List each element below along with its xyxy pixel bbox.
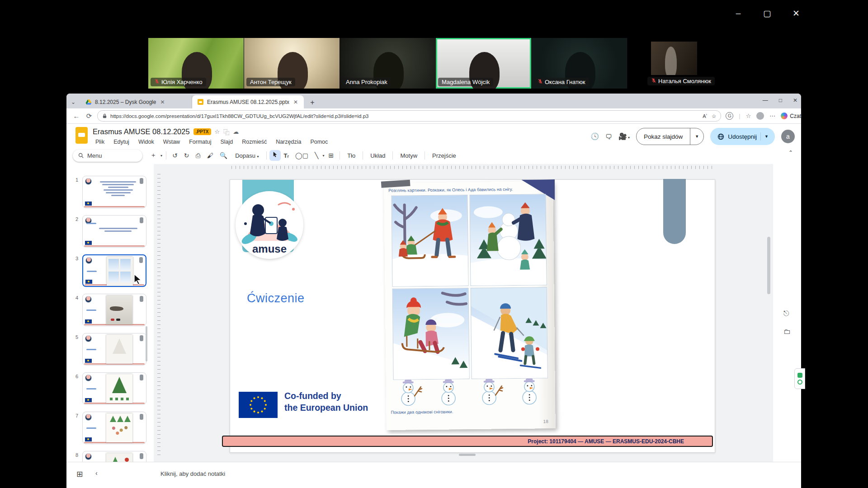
reader-mode-icon[interactable]: A› [703,113,707,119]
toolbar-to-button[interactable]: Tło [343,152,360,159]
slide-thumbnail-4[interactable] [82,294,146,326]
shapes-tool[interactable]: ◯▢ [292,152,311,159]
zoom-maximize-icon[interactable]: ▢ [759,5,776,22]
undo-icon[interactable]: ↺ [169,152,181,159]
video-tile[interactable]: Anna Prokopiak [340,38,436,89]
extension-g-icon[interactable]: G [726,112,733,120]
extension-widget[interactable] [794,368,805,389]
grid-view-icon[interactable]: ⊞ [76,469,83,479]
video-tile[interactable]: Юлія Харченко [148,38,244,89]
canvas-scrollbar[interactable] [767,237,770,294]
video-tile[interactable]: Оксана Гнатюк [532,38,627,89]
notes-placeholder[interactable]: Kliknij, aby dodać notatki [160,470,225,477]
toolbar-ukad-button[interactable]: Układ [366,152,390,159]
menu-slajd[interactable]: Slajd [217,138,236,146]
comments-icon[interactable]: 🗨 [605,133,612,141]
move-folder-icon[interactable]: ⿻ [223,127,229,136]
zoom-minimize-icon[interactable]: – [730,5,747,22]
address-bar[interactable]: https://docs.google.com/presentation/d/1… [97,110,721,122]
insert-image-icon[interactable]: ⊞ [325,152,337,159]
browser-tab-active[interactable]: Erasmus AMUSE 08.12.2025.pptx✕ [192,95,304,108]
fit-zoom-select[interactable]: Dopasu ▾ [231,152,263,159]
slide-thumbnail-5[interactable] [82,333,146,366]
tab-close-icon[interactable]: ✕ [159,99,165,105]
vertical-ruler [157,174,160,459]
browser-maximize-icon[interactable]: □ [779,97,782,103]
video-tile[interactable]: Magdalena Wójcik [436,38,532,89]
back-icon[interactable]: ← [70,112,83,120]
share-screen-icon[interactable]: ⎋ [783,310,789,318]
slide-thumbnail-6[interactable] [82,372,146,405]
notes-resize-handle[interactable] [459,454,476,456]
tab-search-icon[interactable]: ⌄ [66,96,80,108]
account-avatar[interactable]: a [781,130,795,143]
horizontal-ruler [231,166,715,169]
book-page-photo[interactable]: Розглянь картинки. Розкажи, як Олесь і А… [384,181,556,430]
participant-label: Magdalena Wójcik [438,78,493,86]
filmstrip-toggle-icon[interactable]: ‹ [95,469,98,477]
collections-icon[interactable]: ☆ [746,113,751,119]
browser-close-icon[interactable]: ✕ [793,97,797,103]
menu-widok[interactable]: Widok [135,138,158,146]
toolbar-search[interactable]: Menu [73,150,142,162]
menu-wstaw[interactable]: Wstaw [160,138,184,146]
mouse-cursor [133,274,143,285]
print-icon[interactable]: ⎙ [192,152,203,160]
browser-tab[interactable]: 8.12.2025 – Dysk Google✕ [80,96,192,108]
bookmark-star-icon[interactable]: ☆ [712,113,716,119]
slides-app-icon[interactable] [75,127,88,144]
settings-more-icon[interactable]: ⋯ [769,113,775,119]
zoom-close-icon[interactable]: ✕ [788,5,805,22]
exercise-title[interactable]: Ćwiczenie [247,291,305,305]
toolbar-collapse-icon[interactable]: ⌃ [788,150,793,156]
toolbar-motyw-button[interactable]: Motyw [396,152,422,159]
folder-icon[interactable]: 🗀 [783,328,791,336]
video-tile[interactable]: Антон Терещук [244,38,340,89]
edit-toolbar: Menu ＋▾ ↺ ↻ ⎙ 🖌 🔍 Dopasu ▾ Tr ◯▢ ╲▾ ⊞ Tł… [66,147,801,164]
redo-icon[interactable]: ↻ [181,152,193,159]
new-slide-icon[interactable]: ＋ [147,151,160,160]
paint-format-icon[interactable]: 🖌 [204,152,217,159]
participant-label: Юлія Харченко [151,78,206,86]
current-slide[interactable]: amuse Ćwiczenie Co-funded by the Europea… [230,179,715,453]
new-tab-button[interactable]: + [307,97,318,108]
slide-number: 7 [71,413,78,418]
video-tile[interactable] [651,42,697,75]
new-slide-caret[interactable]: ▾ [160,154,163,158]
browser-minimize-icon[interactable]: — [763,97,768,103]
line-tool-caret[interactable]: ▾ [321,154,325,158]
menu-pomoc[interactable]: Pomoc [307,138,331,146]
line-tool[interactable]: ╲ [311,152,321,159]
profile-avatar-icon[interactable] [756,112,764,120]
textbox-tool[interactable]: Tr [281,152,292,159]
history-icon[interactable]: 🕓 [590,132,599,141]
present-button[interactable]: Pokaz slajdów ▼ [636,128,704,145]
menu-narzdzia[interactable]: Narzędzia [272,138,305,146]
slide-thumbnail-8[interactable] [82,451,146,462]
zoom-icon[interactable]: 🔍 [217,152,231,159]
share-dropdown-icon[interactable]: ▼ [760,132,772,141]
menu-rozmie[interactable]: Rozmieść [238,138,270,146]
menu-edytuj[interactable]: Edytuj [110,138,133,146]
share-button[interactable]: Udostępnij ▼ [710,128,775,145]
eu-flag [239,392,278,418]
slide-thumbnail-2[interactable] [82,215,146,248]
toolbar-przejcie-button[interactable]: Przejście [428,152,461,159]
slide-thumbnail-1[interactable] [82,176,146,208]
menu-plik[interactable]: Plik [92,138,108,146]
star-icon[interactable]: ☆ [215,128,220,135]
reload-icon[interactable]: ⟳ [83,112,95,120]
tab-close-icon[interactable]: ✕ [292,99,299,105]
copilot-chat-button[interactable]: Czat [781,113,801,119]
cloud-status-icon[interactable]: ☁ [233,128,239,135]
menu-formatuj[interactable]: Formatuj [185,138,215,146]
snowmen-row [390,380,552,408]
filmstrip-scrollbar[interactable] [146,326,147,361]
book-bottom-caption: Покажи два однакові сніговики. [391,409,453,414]
meet-camera-icon[interactable]: 🎥 ▾ [618,132,630,141]
slide-thumbnail-7[interactable] [82,412,146,444]
tab-strip: ⌄ 8.12.2025 – Dysk Google✕Erasmus AMUSE … [66,94,801,108]
document-title[interactable]: Erasmus AMUSE 08.12.2025 [93,127,190,136]
present-dropdown-icon[interactable]: ▼ [690,134,703,139]
select-tool[interactable] [269,150,281,161]
